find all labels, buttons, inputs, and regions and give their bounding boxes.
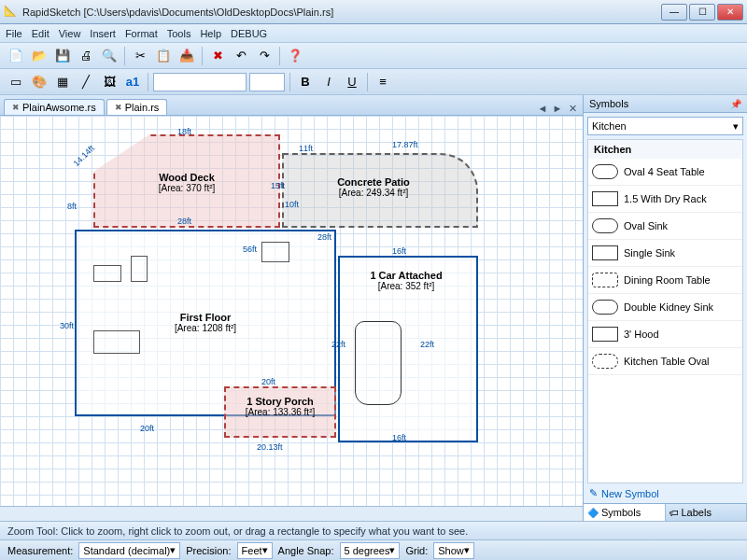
oval-sink-icon [592, 218, 618, 233]
dim: 22ft [331, 340, 345, 349]
tab-label: Symbols [601, 507, 641, 518]
kitchen-oval-icon [592, 354, 618, 369]
menu-edit[interactable]: Edit [32, 28, 49, 39]
color-icon[interactable]: 🎨 [29, 72, 49, 92]
line-icon[interactable]: ╱ [76, 72, 96, 92]
italic-button[interactable]: I [318, 72, 339, 92]
symbol-item[interactable]: Oval 4 Seat Table [588, 159, 742, 186]
canvas[interactable]: Wood Deck [Area: 370 ft²] Concrete Patio… [0, 116, 583, 506]
new-icon[interactable]: 📄 [6, 46, 26, 66]
tab-nav: ◄ ► ✕ [536, 103, 579, 115]
angle-label: Angle Snap: [278, 545, 334, 556]
sofa-symbol[interactable] [93, 330, 140, 354]
category-select[interactable]: Kitchen ▾ [587, 117, 743, 135]
open-icon[interactable]: 📂 [29, 46, 49, 66]
dim: 16ft [392, 433, 406, 442]
toilet-symbol[interactable] [131, 256, 148, 282]
dim: 20ft [140, 424, 154, 433]
angle-select[interactable]: 5 degrees ▾ [340, 542, 401, 559]
room-area: [Area: 133.36 ft²] [229, 407, 331, 417]
close-tab-icon[interactable]: ✖ [12, 103, 20, 112]
sink-symbol[interactable] [93, 265, 121, 282]
preview-icon[interactable]: 🔍 [99, 46, 120, 66]
menu-insert[interactable]: Insert [90, 28, 116, 39]
panel-tabs: 🔷Symbols 🏷Labels [584, 503, 747, 521]
help-icon[interactable]: ❓ [285, 46, 305, 66]
print-icon[interactable]: 🖨 [76, 46, 96, 66]
car-symbol[interactable] [355, 321, 402, 405]
dim: 10ft [285, 200, 299, 209]
symbol-item[interactable]: Double Kidney Sink [588, 294, 742, 321]
menu-help[interactable]: Help [200, 28, 221, 39]
fontsize-select[interactable] [249, 73, 285, 91]
room-area: [Area: 249.34 ft²] [308, 188, 439, 198]
floorplan: Wood Deck [Area: 370 ft²] Concrete Patio… [75, 134, 504, 489]
image-icon[interactable]: 🖼 [99, 72, 120, 92]
menu-tools[interactable]: Tools [167, 28, 191, 39]
tab-prev-icon[interactable]: ◄ [536, 103, 549, 115]
panel-title: Symbols [589, 98, 628, 109]
single-sink-icon [592, 245, 618, 260]
menu-debug[interactable]: DEBUG [231, 28, 267, 39]
symbol-item[interactable]: 1.5 With Dry Rack [588, 186, 742, 213]
document-tabs: ✖ PlainAwsome.rs ✖ Plain.rs ◄ ► ✕ [0, 95, 583, 116]
tab-plainawsome[interactable]: ✖ PlainAwsome.rs [4, 99, 105, 115]
symbol-item[interactable]: Oval Sink [588, 213, 742, 240]
window-title: RapidSketch [C:\Users\pdavis\Documents\O… [22, 7, 661, 18]
symbol-item[interactable]: Kitchen Table Oval [588, 348, 742, 375]
tab-next-icon[interactable]: ► [551, 103, 564, 115]
tab-symbols[interactable]: 🔷Symbols [584, 504, 666, 521]
close-button[interactable]: ✕ [717, 4, 743, 21]
symbol-group: Kitchen [588, 140, 742, 159]
separator [124, 47, 125, 65]
dim: 17.87ft [392, 140, 418, 149]
cut-icon[interactable]: ✂ [130, 46, 150, 66]
tab-plain[interactable]: ✖ Plain.rs [106, 99, 168, 115]
bold-button[interactable]: B [295, 72, 316, 92]
symbol-label: Oval Sink [624, 220, 668, 231]
add-icon: ✎ [589, 487, 598, 499]
tab-labels[interactable]: 🏷Labels [666, 504, 748, 521]
font-select[interactable] [153, 73, 247, 91]
copy-icon[interactable]: 📋 [153, 46, 174, 66]
separator [289, 73, 290, 91]
new-symbol-link[interactable]: ✎ New Symbol [584, 483, 747, 503]
tab-label: Plain.rs [125, 102, 160, 113]
symbol-item[interactable]: Single Sink [588, 240, 742, 267]
align-left-icon[interactable]: ≡ [373, 72, 393, 92]
menu-file[interactable]: File [6, 28, 22, 39]
redo-icon[interactable]: ↷ [254, 46, 275, 66]
toolbar-main: 📄 📂 💾 🖨 🔍 ✂ 📋 📥 ✖ ↶ ↷ ❓ [0, 43, 747, 69]
dim: 28ft [177, 217, 191, 226]
paste-icon[interactable]: 📥 [176, 46, 197, 66]
close-tab-icon[interactable]: ✖ [115, 103, 122, 112]
delete-icon[interactable]: ✖ [207, 46, 228, 66]
undo-icon[interactable]: ↶ [231, 46, 251, 66]
underline-button[interactable]: U [342, 72, 362, 92]
precision-select[interactable]: Feet ▾ [237, 542, 273, 559]
tab-close-icon[interactable]: ✕ [566, 103, 579, 115]
measurement-select[interactable]: Standard (decimal) ▾ [78, 542, 180, 559]
symbol-item[interactable]: 3' Hood [588, 321, 742, 348]
statusbar: Zoom Tool: Click to zoom, right click to… [0, 521, 747, 539]
dim: 16ft [392, 246, 406, 256]
maximize-button[interactable]: ☐ [689, 4, 715, 21]
menu-view[interactable]: View [59, 28, 81, 39]
hood-icon [592, 327, 618, 342]
symbol-item[interactable]: Dining Room Table [588, 267, 742, 294]
room-name: 1 Story Porch [229, 396, 331, 407]
grid-select[interactable]: Show ▾ [433, 542, 474, 559]
horizontal-scrollbar[interactable] [0, 506, 583, 521]
shape-icon[interactable]: ▭ [6, 72, 26, 92]
tab-label: Labels [682, 507, 712, 518]
stove-symbol[interactable] [261, 242, 289, 262]
pin-icon[interactable]: 📌 [730, 99, 741, 109]
save-icon[interactable]: 💾 [52, 46, 73, 66]
room-name: 1 Car Attached [345, 270, 467, 281]
fill-icon[interactable]: ▦ [52, 72, 73, 92]
room-area: [Area: 352 ft²] [345, 281, 467, 291]
symbol-list: Kitchen Oval 4 Seat Table 1.5 With Dry R… [587, 139, 743, 483]
text-tool-icon[interactable]: a1 [122, 72, 143, 92]
menu-format[interactable]: Format [125, 28, 158, 39]
minimize-button[interactable]: — [661, 4, 687, 21]
